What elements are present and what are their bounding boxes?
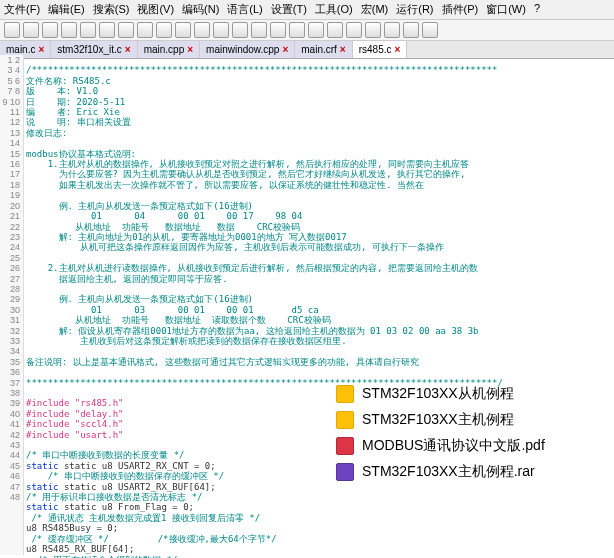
- menu-language[interactable]: 语言(L): [227, 2, 262, 17]
- comment-line: 据返回给主机, 返回的预定即同等于应答.: [26, 274, 228, 284]
- menu-macro[interactable]: 宏(M): [361, 2, 389, 17]
- folder-icon: [336, 385, 354, 403]
- close-tab-icon[interactable]: ×: [340, 44, 346, 55]
- comment-line: 备注说明: 以上是基本通讯格式, 这些数据可通过其它方式逻辑实现更多的功能, 具…: [26, 357, 419, 367]
- menu-help[interactable]: ?: [534, 2, 540, 17]
- comment-line: /* 用于标识串口接收数据是否清光标志 */: [26, 492, 203, 502]
- close-tab-icon[interactable]: ×: [125, 44, 131, 55]
- cut-icon[interactable]: [118, 22, 134, 38]
- tab-label: stm32f10x_it.c: [57, 44, 121, 55]
- chars-icon[interactable]: [308, 22, 324, 38]
- comment-line: 修改日志:: [26, 128, 67, 138]
- rar-icon: [336, 463, 354, 481]
- save-icon[interactable]: [42, 22, 58, 38]
- tab-label: main.c: [6, 44, 35, 55]
- comment-line: 版 本: V1.0: [26, 86, 98, 96]
- toolbar: [0, 20, 614, 41]
- comment-line: 如果主机发出去一次操作就不管了, 所以需要应答, 以保证系统的健壮性和稳定性. …: [26, 180, 424, 190]
- keyword: static: [26, 502, 59, 512]
- code-line: static u8 USART2_RX_CNT = 0;: [64, 461, 216, 471]
- keyword: static: [26, 461, 59, 471]
- menu-window[interactable]: 窗口(W): [486, 2, 526, 17]
- comment-line: modbus协议基本格式说明:: [26, 149, 136, 159]
- comment-line: 01 03 00 01 00 01 d5 ca: [26, 305, 319, 315]
- menu-edit[interactable]: 编辑(E): [48, 2, 85, 17]
- include-line: #include "delay.h": [26, 409, 124, 419]
- close-tab-icon[interactable]: ×: [282, 44, 288, 55]
- doc-icon[interactable]: [365, 22, 381, 38]
- saveall-icon[interactable]: [61, 22, 77, 38]
- menu-file[interactable]: 文件(F): [4, 2, 40, 17]
- fold-icon[interactable]: [346, 22, 362, 38]
- zoom-in-icon[interactable]: [251, 22, 267, 38]
- record-icon[interactable]: [384, 22, 400, 38]
- close-icon[interactable]: [80, 22, 96, 38]
- comment-line: /* 用于存放读命令得到的数据 */: [26, 555, 177, 559]
- close-tab-icon[interactable]: ×: [187, 44, 193, 55]
- menu-view[interactable]: 视图(V): [137, 2, 174, 17]
- close-tab-icon[interactable]: ×: [38, 44, 44, 55]
- menu-bar: 文件(F) 编辑(E) 搜索(S) 视图(V) 编码(N) 语言(L) 设置(T…: [0, 0, 614, 20]
- code-line: static u8 USART2_RX_BUF[64];: [64, 482, 216, 492]
- redo-icon[interactable]: [194, 22, 210, 38]
- comment-line: 说 明: 串口相关设置: [26, 117, 131, 127]
- menu-run[interactable]: 运行(R): [396, 2, 433, 17]
- line-gutter: 1 2 3 4 5 6 7 8 9 10 11 12 13 14 15 16 1…: [0, 55, 24, 555]
- comment-line: 从机地址 功能号 数据地址 数据 CRC校验码: [26, 222, 300, 232]
- stop-icon[interactable]: [422, 22, 438, 38]
- print-icon[interactable]: [99, 22, 115, 38]
- comment-line: 解: 主机向地址为01的从机, 要寄器地址为0001的地方 写入数据0017: [26, 232, 347, 242]
- comment-line: 从机可把这条操作原样返回因作为应答, 主机收到后表示可能数据成功, 可执行下一条…: [26, 242, 444, 252]
- menu-search[interactable]: 搜索(S): [93, 2, 130, 17]
- file-item[interactable]: STM32F103XX主机例程.rar: [336, 463, 606, 481]
- copy-icon[interactable]: [137, 22, 153, 38]
- file-name: MODBUS通讯协议中文版.pdf: [362, 437, 545, 455]
- tab-label: main.cpp: [144, 44, 185, 55]
- file-item[interactable]: MODBUS通讯协议中文版.pdf: [336, 437, 606, 455]
- comment-line: 为什么要应答? 因为主机需要确认从机是否收到预定, 然后它才好继续向从机发送, …: [26, 169, 465, 179]
- file-name: STM32F103XX从机例程: [362, 385, 514, 403]
- menu-plugin[interactable]: 插件(P): [442, 2, 479, 17]
- replace-icon[interactable]: [232, 22, 248, 38]
- menu-tools[interactable]: 工具(O): [315, 2, 353, 17]
- comment-line: 文件名称: RS485.c: [26, 76, 111, 86]
- menu-settings[interactable]: 设置(T): [271, 2, 307, 17]
- comment-line: 例. 主机向从机发送一条预定格式如下(16进制): [26, 294, 253, 304]
- code-line: static u8 From_Flag = 0;: [64, 502, 194, 512]
- close-tab-icon[interactable]: ×: [394, 44, 400, 55]
- comment-line: 日 期: 2020-5-11: [26, 97, 125, 107]
- keyword: static: [26, 482, 59, 492]
- comment-line: 2.主机对从机进行读数据操作, 从机接收到预定后进行解析, 然后根据预定的内容,…: [26, 263, 478, 273]
- menu-encoding[interactable]: 编码(N): [182, 2, 219, 17]
- open-icon[interactable]: [23, 22, 39, 38]
- pdf-icon: [336, 437, 354, 455]
- comment-line: 1.主机对从机的数据操作, 从机接收到预定对照之进行解析, 然后执行相应的处理,…: [26, 159, 469, 169]
- zoom-out-icon[interactable]: [270, 22, 286, 38]
- code-line: u8 RS485Busy = 0;: [26, 523, 118, 533]
- file-panel: STM32F103XX从机例程 STM32F103XX主机例程 MODBUS通讯…: [336, 385, 606, 489]
- file-item[interactable]: STM32F103XX主机例程: [336, 411, 606, 429]
- tab-label: main.crf: [301, 44, 337, 55]
- comment-header: /***************************************…: [26, 65, 497, 75]
- comment-line: /* 串口中断接收到的数据保存的缓冲区 */: [26, 471, 224, 481]
- wrap-icon[interactable]: [289, 22, 305, 38]
- include-line: #include "sccl4.h": [26, 419, 124, 429]
- comment-line: 解: 假设从机寄存器组0001地址方存的数据为aa, 这给返回给主机的数据为 0…: [26, 326, 478, 336]
- comment-line: 编 者: Eric Xie: [26, 107, 120, 117]
- paste-icon[interactable]: [156, 22, 172, 38]
- comment-line: 从机地址 功能号 数据地址 读取数据个数 CRC校验码: [26, 315, 331, 325]
- play-icon[interactable]: [403, 22, 419, 38]
- new-icon[interactable]: [4, 22, 20, 38]
- comment-line: /* 串口中断接收到数据的长度变量 */: [26, 450, 185, 460]
- comment-line: /* 缓存缓冲区 */ /*接收缓冲,最大64个字节*/: [26, 534, 277, 544]
- tab-label: rs485.c: [359, 44, 392, 55]
- code-line: u8 RS485_RX_BUF[64];: [26, 544, 134, 554]
- tab-label: mainwindow.cpp: [206, 44, 279, 55]
- undo-icon[interactable]: [175, 22, 191, 38]
- file-name: STM32F103XX主机例程.rar: [362, 463, 535, 481]
- indent-icon[interactable]: [327, 22, 343, 38]
- file-name: STM32F103XX主机例程: [362, 411, 514, 429]
- find-icon[interactable]: [213, 22, 229, 38]
- comment-line: 例. 主机向从机发送一条预定格式如下(16进制): [26, 201, 253, 211]
- file-item[interactable]: STM32F103XX从机例程: [336, 385, 606, 403]
